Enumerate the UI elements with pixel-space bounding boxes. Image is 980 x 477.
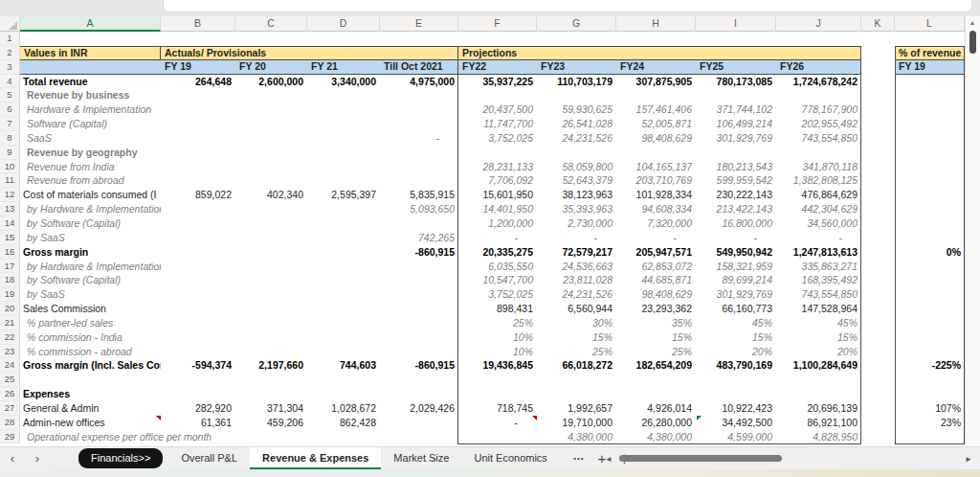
row-header-26[interactable]: 26 xyxy=(0,387,20,401)
cell-C28[interactable]: 459,206 xyxy=(235,416,307,430)
cell-C12[interactable]: 402,340 xyxy=(235,188,307,202)
cell-J29[interactable]: 4,828,950 xyxy=(776,430,861,444)
row-header-17[interactable]: 17 xyxy=(0,260,20,274)
cell-E13[interactable]: 5,093,650 xyxy=(380,202,458,216)
row-header-15[interactable]: 15 xyxy=(0,231,20,245)
cell-B26[interactable] xyxy=(161,387,235,401)
cell-B19[interactable] xyxy=(161,287,235,302)
cell-F16[interactable]: 20,335,275 xyxy=(458,245,537,260)
row-header-22[interactable]: 22 xyxy=(0,330,20,345)
cell-I13[interactable]: 213,422,143 xyxy=(696,202,776,216)
cell-C1[interactable] xyxy=(235,32,307,46)
column-header-G[interactable]: G xyxy=(537,16,616,32)
cell-L19[interactable] xyxy=(895,287,965,302)
cell-B16[interactable] xyxy=(161,245,235,260)
cell-L17[interactable] xyxy=(895,260,965,274)
cell-B4[interactable]: 264,648 xyxy=(161,75,235,89)
row-header-25[interactable]: 25 xyxy=(0,373,20,387)
cell-C15[interactable] xyxy=(235,231,307,245)
cell-K4[interactable] xyxy=(861,75,895,89)
cell-H20[interactable]: 23,293,362 xyxy=(616,302,696,316)
row-header-6[interactable]: 6 xyxy=(0,102,20,117)
cell-B13[interactable] xyxy=(161,202,235,216)
cell-J13[interactable]: 442,304,629 xyxy=(776,202,861,216)
cell-A7[interactable]: Software (Capital) xyxy=(20,117,161,131)
cell-A16[interactable]: Gross margin xyxy=(20,245,161,260)
cell-K15[interactable] xyxy=(861,231,895,245)
cell-J3[interactable]: FY26 xyxy=(776,60,861,75)
cell-A17[interactable]: by Hardware & Implementation xyxy=(20,260,161,274)
cell-F8[interactable]: 3,752,025 xyxy=(458,131,537,146)
cell-L21[interactable] xyxy=(895,316,965,330)
more-sheets-button[interactable]: ••• xyxy=(568,454,590,463)
cell-H16[interactable]: 205,947,571 xyxy=(616,245,696,260)
cell-L22[interactable] xyxy=(895,330,965,345)
cell-C20[interactable] xyxy=(235,302,307,316)
cell-C16[interactable] xyxy=(235,245,307,260)
cell-F4[interactable]: 35,937,225 xyxy=(458,75,537,89)
cell-G21[interactable]: 30% xyxy=(537,316,616,330)
cell-J11[interactable]: 1,382,808,125 xyxy=(776,173,861,188)
cell-K7[interactable] xyxy=(861,117,895,131)
cell-E3[interactable]: Till Oct 2021 xyxy=(380,60,458,75)
cell-J27[interactable]: 20,696,139 xyxy=(776,401,861,416)
cell-F20[interactable]: 898,431 xyxy=(458,302,537,316)
cell-A14[interactable]: by Software (Capital) xyxy=(20,216,161,231)
cell-I20[interactable]: 66,160,773 xyxy=(696,302,776,316)
cell-F18[interactable]: 10,547,700 xyxy=(458,273,537,287)
cell-D10[interactable] xyxy=(307,160,380,174)
cell-K29[interactable] xyxy=(861,430,895,444)
row-header-14[interactable]: 14 xyxy=(0,216,20,231)
cell-D3[interactable]: FY 21 xyxy=(307,60,380,75)
row-header-21[interactable]: 21 xyxy=(0,316,20,330)
row-header-12[interactable]: 12 xyxy=(0,188,20,202)
cell-F6[interactable]: 20,437,500 xyxy=(458,102,537,117)
cell-L29[interactable] xyxy=(895,430,965,444)
cell-F11[interactable]: 7,706,092 xyxy=(458,173,537,188)
cell-J22[interactable]: 15% xyxy=(776,330,861,345)
cell-H7[interactable]: 52,005,871 xyxy=(616,117,696,131)
cell-G24[interactable]: 66,018,272 xyxy=(537,358,616,373)
cell-D25[interactable] xyxy=(307,373,380,387)
cell-I22[interactable]: 15% xyxy=(696,330,776,345)
cell-B9[interactable] xyxy=(161,146,235,160)
row-header-23[interactable]: 23 xyxy=(0,345,20,359)
cell-E23[interactable] xyxy=(380,345,458,359)
cell-G26[interactable] xyxy=(537,387,616,401)
cell-L13[interactable] xyxy=(895,202,965,216)
cell-G22[interactable]: 15% xyxy=(537,330,616,345)
cell-J5[interactable] xyxy=(776,88,861,102)
row-header-28[interactable]: 28 xyxy=(0,416,20,430)
cell-E22[interactable] xyxy=(380,330,458,345)
cell-E1[interactable] xyxy=(380,32,458,46)
cell-I11[interactable]: 599,959,542 xyxy=(696,173,776,188)
cell-D23[interactable] xyxy=(307,345,380,359)
cell-B24[interactable]: -594,374 xyxy=(161,358,235,373)
cell-A4[interactable]: Total revenue xyxy=(20,75,161,89)
cell-H17[interactable]: 62,853,072 xyxy=(616,260,696,274)
cell-L16[interactable]: 0% xyxy=(895,245,965,260)
cell-H19[interactable]: 98,408,629 xyxy=(616,287,696,302)
cell-D11[interactable] xyxy=(307,173,380,188)
select-all-corner[interactable] xyxy=(0,16,20,32)
cell-G17[interactable]: 24,536,663 xyxy=(537,260,616,274)
cell-E17[interactable] xyxy=(380,260,458,274)
row-header-8[interactable]: 8 xyxy=(0,131,20,146)
cell-L4[interactable] xyxy=(895,75,965,89)
column-header-J[interactable]: J xyxy=(776,16,861,32)
cell-A24[interactable]: Gross margin (Incl. Sales Com xyxy=(20,358,161,373)
cell-J24[interactable]: 1,100,284,649 xyxy=(776,358,861,373)
cell-I8[interactable]: 301,929,769 xyxy=(696,131,776,146)
cell-G12[interactable]: 38,123,963 xyxy=(537,188,616,202)
cell-L9[interactable] xyxy=(895,146,965,160)
cell-I14[interactable]: 16,800,000 xyxy=(696,216,776,231)
cell-E29[interactable] xyxy=(380,430,458,444)
row-header-20[interactable]: 20 xyxy=(0,302,20,316)
cell-K11[interactable] xyxy=(861,173,895,188)
cell-K3[interactable] xyxy=(861,60,895,75)
cell-C29[interactable] xyxy=(235,430,307,444)
cell-D7[interactable] xyxy=(307,117,380,131)
cell-D19[interactable] xyxy=(307,287,380,302)
row-header-7[interactable]: 7 xyxy=(0,117,20,131)
cell-F2[interactable]: Projections xyxy=(458,46,861,60)
